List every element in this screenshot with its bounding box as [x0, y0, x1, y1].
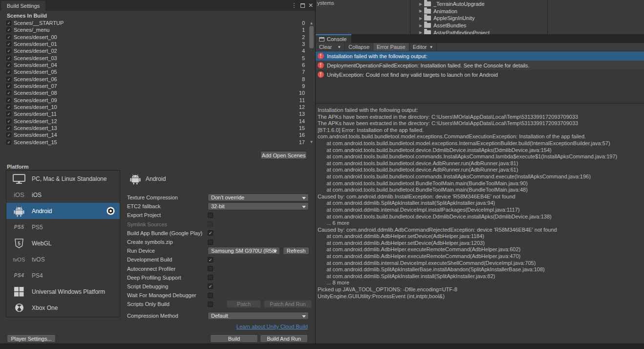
folder-tree-item[interactable]: ▶Animation — [417, 8, 549, 15]
platform-item-ps5[interactable]: PS5PS5 — [6, 219, 120, 235]
stack-trace-line: ... 6 more — [318, 220, 644, 227]
scene-row[interactable]: ✓Scenes/desert_1214 — [0, 118, 308, 125]
scene-row[interactable]: ✓Scenes/__STARTUP0 — [0, 20, 308, 26]
setting-checkbox[interactable] — [208, 293, 213, 298]
close-icon[interactable]: ✕ — [308, 2, 313, 9]
setting-dropdown[interactable]: 32-bit — [208, 202, 309, 210]
scene-checkbox[interactable]: ✓ — [6, 21, 11, 25]
platform-item-universal-windows-platform[interactable]: Universal Windows Platform — [6, 284, 120, 300]
setting-label: Symlink Sources — [127, 221, 208, 227]
setting-checkbox[interactable] — [208, 266, 213, 271]
folder-tree-item[interactable]: ▶_TerrainAutoUpgrade — [417, 0, 549, 8]
scene-row[interactable]: ✓Scenes/desert_1416 — [0, 131, 308, 138]
clear-button[interactable]: Clear ▼ — [316, 43, 345, 51]
setting-checkbox[interactable] — [208, 213, 213, 218]
console-log-entry[interactable]: !UnityException: Could not find any vali… — [316, 70, 644, 79]
setting-checkbox[interactable]: ✓ — [208, 284, 213, 289]
scene-checkbox[interactable]: ✓ — [6, 90, 11, 95]
scene-row[interactable]: ✓Scenes/desert_035 — [0, 55, 308, 62]
setting-checkbox[interactable]: ✓ — [208, 230, 213, 236]
scene-row[interactable]: ✓Scenes/desert_079 — [0, 83, 308, 89]
chevron-right-icon[interactable]: ▶ — [419, 9, 424, 13]
scene-checkbox[interactable]: ✓ — [6, 42, 11, 46]
chevron-down-icon[interactable]: ▼ — [337, 45, 341, 49]
platform-label: Universal Windows Platform — [32, 288, 105, 295]
console-log-entry[interactable]: !Installation failed with the following … — [316, 51, 644, 61]
add-open-scenes-button[interactable]: Add Open Scenes — [260, 151, 307, 159]
scene-checkbox[interactable]: ✓ — [6, 126, 11, 131]
setting-row: ETC2 fallback32-bit — [127, 202, 309, 211]
platform-item-ios[interactable]: iOSiOS — [6, 187, 120, 203]
platform-item-tvos[interactable]: tvOStvOS — [6, 251, 120, 267]
setting-checkbox[interactable] — [208, 240, 213, 245]
platform-item-ps4[interactable]: PS4PS4 — [6, 267, 120, 284]
editor-dropdown[interactable]: Editor ▼ — [409, 43, 437, 51]
collapse-button[interactable]: Collapse — [345, 43, 373, 51]
chevron-right-icon[interactable]: ▶ — [419, 30, 424, 34]
platform-item-webgl[interactable]: 5WebGL — [6, 235, 120, 251]
scene-checkbox[interactable]: ✓ — [6, 84, 11, 88]
scrollbar-up-icon[interactable]: ▲ — [308, 21, 315, 25]
scrollbar-down-icon[interactable]: ▼ — [308, 140, 315, 144]
scene-row[interactable]: ✓Scenes/desert_1517 — [0, 139, 308, 146]
player-settings-button[interactable]: Player Settings... — [7, 334, 56, 343]
refresh-button[interactable]: Refresh — [283, 247, 309, 255]
scene-row[interactable]: ✓Scenes/_menu1 — [0, 26, 308, 33]
platform-item-pc-mac-linux-standalone[interactable]: PC, Mac & Linux Standalone — [6, 171, 120, 187]
build-button[interactable]: Build — [210, 334, 258, 343]
scene-row[interactable]: ✓Scenes/desert_057 — [0, 68, 308, 75]
chevron-right-icon[interactable]: ▶ — [419, 23, 424, 28]
scene-checkbox[interactable]: ✓ — [6, 105, 11, 109]
folder-tree-item[interactable]: ▶AppleSignInUnity — [417, 15, 549, 22]
setting-checkbox[interactable]: ✓ — [208, 257, 213, 262]
chevron-right-icon[interactable]: ▶ — [419, 2, 424, 6]
scene-row[interactable]: ✓Scenes/desert_024 — [0, 47, 308, 54]
scene-checkbox[interactable]: ✓ — [6, 63, 11, 67]
build-settings-titlebar[interactable]: Build Settings ⋮ ✕ — [0, 0, 315, 11]
build-and-run-button[interactable]: Build And Run — [260, 334, 308, 343]
scene-row[interactable]: ✓Scenes/desert_1012 — [0, 104, 308, 110]
platform-item-xbox-one[interactable]: Xbox One — [6, 300, 120, 316]
scene-checkbox[interactable]: ✓ — [6, 27, 11, 32]
scene-checkbox[interactable]: ✓ — [6, 56, 11, 61]
scene-checkbox[interactable]: ✓ — [6, 140, 11, 145]
window-bottom-edge — [0, 344, 644, 349]
platform-item-android[interactable]: Android — [6, 203, 120, 219]
setting-checkbox[interactable] — [208, 302, 213, 307]
setting-label: Development Build — [127, 257, 208, 262]
build-settings-tab[interactable]: Build Settings — [1, 1, 45, 11]
scene-checkbox[interactable]: ✓ — [6, 77, 11, 82]
tab-console[interactable]: Console — [316, 34, 351, 43]
scene-row[interactable]: ✓Scenes/desert_002 — [0, 34, 308, 41]
scene-checkbox[interactable]: ✓ — [6, 48, 11, 53]
setting-dropdown[interactable]: Samsung SM G970U (R58I — [208, 247, 280, 255]
scene-row[interactable]: ✓Scenes/desert_046 — [0, 62, 308, 68]
scene-row[interactable]: ✓Scenes/desert_0911 — [0, 97, 308, 104]
console-detail-pane[interactable]: Installation failed with the following o… — [316, 104, 644, 344]
scene-checkbox[interactable]: ✓ — [6, 35, 11, 40]
scene-checkbox[interactable]: ✓ — [6, 98, 11, 103]
scene-row[interactable]: ✓Scenes/desert_068 — [0, 76, 308, 83]
kebab-menu-icon[interactable]: ⋮ — [291, 2, 297, 9]
error-pause-button[interactable]: Error Pause — [373, 43, 409, 51]
setting-dropdown[interactable]: Don't override — [208, 194, 309, 201]
scene-checkbox[interactable]: ✓ — [6, 69, 11, 74]
folder-tree-item[interactable]: ▶AssetBundles — [417, 22, 549, 29]
maximize-icon[interactable] — [301, 3, 305, 8]
setting-checkbox[interactable] — [208, 275, 213, 280]
scene-checkbox[interactable]: ✓ — [6, 119, 11, 124]
chevron-right-icon[interactable]: ▶ — [419, 16, 424, 21]
folder-tree-item[interactable]: ▶AstarPathfindingProject — [417, 29, 549, 34]
scrollbar-thumb[interactable] — [309, 26, 314, 48]
scene-list-scrollbar[interactable]: ▲ ▼ — [308, 20, 315, 146]
unity-cloud-build-link[interactable]: Learn about Unity Cloud Build — [234, 324, 308, 329]
scene-checkbox[interactable]: ✓ — [6, 111, 11, 116]
scene-row[interactable]: ✓Scenes/desert_0810 — [0, 89, 308, 96]
scene-row[interactable]: ✓Scenes/desert_1113 — [0, 110, 308, 117]
console-log-entry[interactable]: !DeploymentOperationFailedException: Ins… — [316, 61, 644, 70]
scene-checkbox[interactable]: ✓ — [6, 132, 11, 137]
scene-row[interactable]: ✓Scenes/desert_1315 — [0, 125, 308, 131]
scene-row[interactable]: ✓Scenes/desert_013 — [0, 41, 308, 47]
setting-dropdown[interactable]: Default — [208, 312, 309, 320]
setting-row: Autoconnect Profiler — [127, 264, 309, 273]
